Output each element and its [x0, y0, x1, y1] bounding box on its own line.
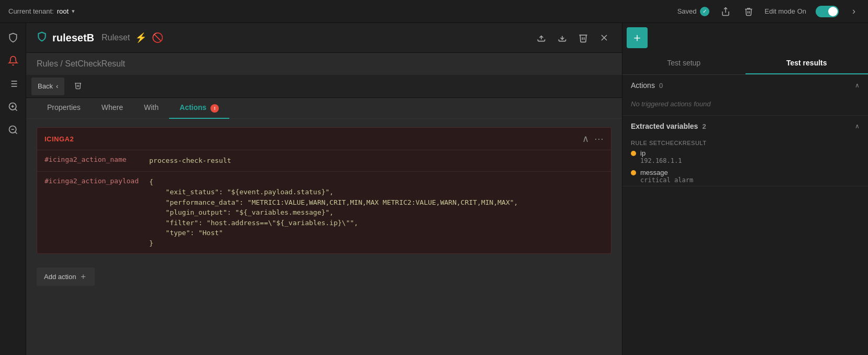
tenant-section: Current tenant: root ▾ [8, 7, 75, 15]
tenant-label: Current tenant: [8, 7, 54, 15]
tab-where-label: Where [102, 103, 123, 112]
download-button[interactable] [555, 30, 570, 45]
result-actions-header[interactable]: Actions 0 ∧ [622, 75, 868, 96]
variable-name-row-message: message [631, 169, 860, 176]
result-actions-label: Actions [631, 81, 655, 90]
upload-button[interactable] [534, 30, 549, 45]
extracted-variables-chevron-icon: ∧ [855, 123, 860, 130]
edit-mode-label: Edit mode On [765, 7, 807, 15]
ruleset-shield-icon [37, 31, 47, 45]
back-chevron-icon: ‹ [56, 82, 58, 90]
result-actions-chevron-icon: ∧ [855, 82, 860, 89]
saved-status: Saved ✓ [677, 7, 709, 16]
extracted-variables-section: Extracted variables 2 ∧ RULE SETCHECKRES… [622, 116, 868, 186]
back-label: Back [38, 82, 53, 90]
center-content: rulesetB Ruleset ⚡ 🚫 [26, 23, 622, 355]
saved-check-icon: ✓ [700, 7, 709, 16]
action-row-payload: #icinga2_action_payload { "exit_status":… [37, 171, 611, 254]
variable-value-message: critical alarm [640, 176, 860, 184]
saved-label: Saved [677, 7, 697, 15]
right-panel: ＋ Test setup Test results Actions 0 ∧ [622, 23, 868, 355]
right-tab-test-results-label: Test results [786, 59, 827, 67]
action-value-payload: { "exit_status": "${event.payload.status… [142, 172, 611, 254]
right-panel-tabs: Test setup Test results [622, 52, 868, 75]
top-bar-actions: Saved ✓ Edit mode On › [677, 4, 860, 19]
tenant-chevron-icon[interactable]: ▾ [72, 8, 75, 15]
sidebar-icon-zoom-in[interactable] [4, 97, 23, 116]
trash-button[interactable] [576, 30, 591, 45]
ruleset-header: rulesetB Ruleset ⚡ 🚫 [26, 23, 622, 53]
edit-mode-toggle[interactable] [816, 6, 839, 17]
action-row-name: #icinga2_action_name process-check-resul… [37, 150, 611, 171]
action-section-controls: ∧ ⋯ [582, 133, 604, 145]
add-action-bar: Add action ＋ [26, 262, 622, 291]
variable-dot-message [631, 170, 636, 175]
collapse-button[interactable]: › [848, 4, 860, 19]
ruleset-actions [534, 30, 611, 45]
right-tab-test-setup-label: Test setup [667, 59, 700, 67]
tenant-name: root [57, 7, 69, 15]
right-tab-test-setup[interactable]: Test setup [622, 52, 745, 74]
variable-item-message: message critical alarm [622, 167, 868, 186]
action-key-name: #icinga2_action_name [37, 150, 142, 171]
add-action-button[interactable]: Add action ＋ [37, 268, 95, 286]
breadcrumb-text: Rules / SetCheckResult [37, 59, 125, 68]
delete-button[interactable] [742, 5, 755, 18]
ruleset-ban-icon: 🚫 [152, 32, 163, 43]
add-action-plus-icon: ＋ [79, 271, 87, 282]
tab-with[interactable]: With [133, 98, 169, 119]
tab-properties-label: Properties [47, 103, 81, 112]
share-button[interactable] [719, 5, 732, 18]
content-area: ICINGA2 ∧ ⋯ #icinga2_action_name process… [26, 119, 622, 355]
svg-line-12 [15, 132, 17, 134]
result-actions-count: 0 [659, 82, 663, 90]
right-tab-test-results[interactable]: Test results [745, 52, 869, 74]
result-actions-section: Actions 0 ∧ No triggered actions found [622, 75, 868, 116]
more-options-icon[interactable]: ⋯ [594, 133, 604, 145]
close-button[interactable] [597, 30, 611, 45]
variable-name-message: message [640, 169, 668, 176]
variable-value-ip: 192.168.1.1 [640, 157, 860, 164]
back-button[interactable]: Back ‹ [31, 77, 64, 95]
sidebar-icon-zoom-out[interactable] [4, 120, 23, 139]
action-section-icinga2: ICINGA2 ∧ ⋯ #icinga2_action_name process… [37, 127, 611, 254]
extracted-variables-title: Extracted variables 2 [631, 122, 706, 130]
svg-line-8 [15, 109, 17, 111]
right-panel-content: Actions 0 ∧ No triggered actions found E… [622, 75, 868, 355]
main-container: rulesetB Ruleset ⚡ 🚫 [0, 23, 868, 355]
green-add-button[interactable]: ＋ [627, 27, 648, 48]
add-action-label: Add action [44, 273, 76, 281]
sidebar-icon-bell[interactable] [4, 51, 23, 70]
sidebar-icon-list[interactable] [4, 74, 23, 93]
toggle-knob [828, 7, 838, 16]
variable-name-row-ip: ip [631, 149, 860, 157]
ruleset-title: rulesetB Ruleset ⚡ 🚫 [37, 31, 163, 45]
rule-label: RULE SETCHECKRESULT [622, 137, 868, 147]
sidebar-icon-shield[interactable] [4, 28, 23, 47]
nav-bar: Back ‹ [26, 75, 622, 98]
result-actions-empty: No triggered actions found [622, 96, 868, 115]
variable-name-ip: ip [640, 149, 646, 157]
tab-with-label: With [144, 103, 159, 112]
extracted-variables-label: Extracted variables [631, 122, 698, 130]
extracted-variables-count: 2 [702, 123, 706, 130]
nav-delete-button[interactable] [69, 78, 87, 95]
tab-actions-label: Actions [180, 103, 206, 112]
ruleset-name: rulesetB [52, 32, 94, 44]
action-section-header: ICINGA2 ∧ ⋯ [37, 128, 611, 150]
result-actions-title: Actions 0 [631, 81, 663, 90]
actions-badge: ! [210, 104, 219, 113]
ruleset-bolt-icon: ⚡ [135, 32, 147, 43]
collapse-action-icon[interactable]: ∧ [582, 133, 589, 145]
extracted-variables-header[interactable]: Extracted variables 2 ∧ [622, 116, 868, 137]
action-value-name: process-check-result [142, 150, 611, 171]
action-key-payload: #icinga2_action_payload [37, 172, 142, 254]
tabs-bar: Properties Where With Actions ! [26, 98, 622, 119]
left-sidebar [0, 23, 26, 355]
tab-properties[interactable]: Properties [37, 98, 91, 119]
tab-where[interactable]: Where [91, 98, 133, 119]
variable-dot-ip [631, 151, 636, 156]
variable-item-ip: ip 192.168.1.1 [622, 147, 868, 167]
tab-actions[interactable]: Actions ! [169, 98, 229, 119]
breadcrumb: Rules / SetCheckResult [26, 53, 622, 75]
